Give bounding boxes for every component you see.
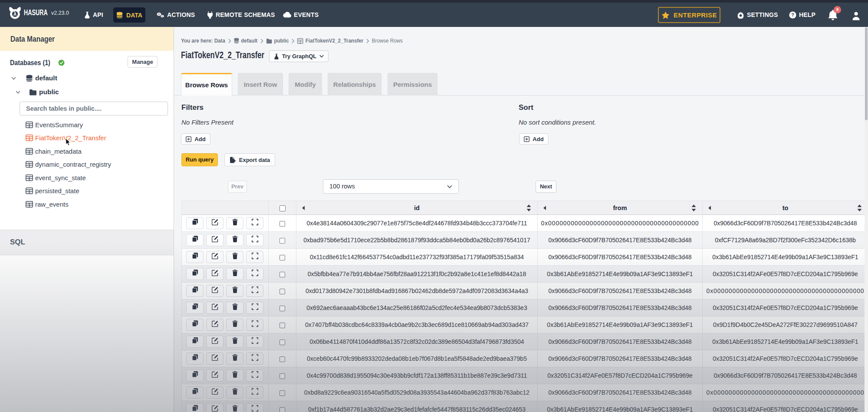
svg-text:λ: λ (13, 11, 16, 17)
svg-text:?: ? (791, 12, 794, 17)
